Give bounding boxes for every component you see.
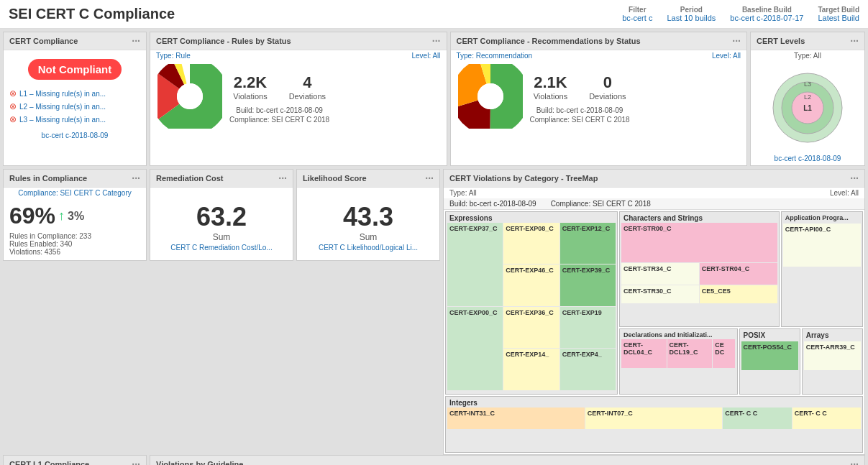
- target-label: Target Build: [818, 6, 859, 14]
- filter-label: Filter: [622, 6, 652, 14]
- remediation-sum-label: Sum: [156, 232, 287, 242]
- remediation-header: Remediation Cost ···: [150, 170, 293, 188]
- tm-exp19[interactable]: CERT-EXP19: [560, 307, 616, 348]
- page-header: SEI CERT C Compliance Filter bc-cert c P…: [0, 0, 868, 29]
- trend-value: 3%: [68, 210, 84, 223]
- tm-exp46[interactable]: CERT-EXP46_C: [503, 264, 559, 305]
- tm-exp14[interactable]: CERT-EXP14_: [503, 349, 559, 390]
- cert-levels-more[interactable]: ···: [850, 35, 859, 47]
- right-top-sections: Characters and Strings CERT-STR00_C CERT…: [619, 211, 863, 327]
- error-icon-l1: ⊗: [9, 88, 17, 98]
- tm-cert-c1[interactable]: CERT- C C: [723, 408, 791, 429]
- violations-guideline-more[interactable]: ···: [850, 459, 859, 465]
- likelihood-sum-label: Sum: [303, 232, 434, 242]
- tm-str34[interactable]: CERT-STR34_C: [621, 263, 699, 285]
- likelihood-body: 43.3 Sum CERT C Likelihood/Logical Li...: [297, 188, 439, 256]
- l1-compliance-more[interactable]: ···: [132, 459, 140, 465]
- tm-exp39[interactable]: CERT-EXP39_C: [560, 264, 616, 305]
- likelihood-desc: CERT C Likelihood/Logical Li...: [303, 244, 434, 252]
- tm-dcl04[interactable]: CERT-DCL04_C: [621, 339, 667, 368]
- recs-by-status-title: CERT Compliance - Recommendations by Sta…: [457, 37, 641, 45]
- recs-level-label: Level: All: [712, 52, 741, 60]
- recs-by-status-header: CERT Compliance - Recommendations by Sta…: [451, 32, 747, 50]
- treemap-build-row: Build: bc-cert c-2018-08-09 Compliance: …: [444, 198, 864, 210]
- rules-type-label: Type: Rule: [156, 52, 191, 60]
- chars-strings-label: Characters and Strings: [621, 213, 777, 223]
- recs-by-status-more[interactable]: ···: [732, 35, 741, 47]
- integers-section: Integers CERT-INT31_C CERT-INT07_C CERT-…: [445, 396, 863, 453]
- rules-deviations-stat: 4 Deviations: [289, 73, 326, 101]
- rules-compliance-more[interactable]: ···: [132, 172, 140, 184]
- tm-ce5[interactable]: CE5_CE5: [700, 285, 777, 303]
- rules-compliance-header: Rules in Compliance ···: [4, 170, 146, 188]
- tm-str00[interactable]: CERT-STR00_C: [621, 223, 777, 262]
- recs-violations-label: Violations: [534, 92, 568, 101]
- tm-dcl19[interactable]: CERT-DCL19_C: [667, 339, 713, 368]
- app-prog-section: Application Progra... CERT-API00_C: [781, 211, 863, 327]
- rules-build-info: Build: bc-cert c-2018-08-09: [229, 106, 329, 114]
- row-1: CERT Compliance ··· Not Compliant ⊗ L1 –…: [0, 29, 868, 169]
- integers-grid: CERT-INT31_C CERT-INT07_C CERT- C C CERT…: [447, 408, 861, 429]
- cert-compliance-more[interactable]: ···: [132, 35, 140, 47]
- recommendations-by-status-card: CERT Compliance - Recommendations by Sta…: [450, 32, 748, 166]
- tm-api00[interactable]: CERT-API00_C: [783, 224, 861, 267]
- recs-deviations-stat: 0 Deviations: [589, 73, 626, 101]
- tm-exp08[interactable]: CERT-EXP08_C: [503, 223, 559, 264]
- baseline-build-item: Baseline Build bc-cert c-2018-07-17: [730, 6, 803, 22]
- tm-ce-dc[interactable]: CE DC: [713, 339, 735, 368]
- tm-exp00[interactable]: CERT-EXP00_C: [447, 307, 503, 390]
- page-title: SEI CERT C Compliance: [9, 6, 175, 22]
- rules-compliance-info: Compliance: SEI CERT C 2018: [229, 116, 329, 124]
- recs-violations-value: 2.1K: [534, 73, 568, 92]
- rules-type-level: Type: Rule Level: All: [150, 50, 447, 61]
- rules-by-status-more[interactable]: ···: [432, 35, 441, 47]
- treemap-level-label: Level: All: [830, 189, 859, 197]
- tm-int07[interactable]: CERT-INT07_C: [585, 408, 723, 429]
- tm-exp36[interactable]: CERT-EXP36_C: [503, 307, 559, 348]
- remediation-more[interactable]: ···: [278, 172, 287, 184]
- cert-levels-header: CERT Levels ···: [751, 32, 864, 50]
- tm-int31[interactable]: CERT-INT31_C: [447, 408, 585, 429]
- tm-exp12[interactable]: CERT-EXP12_C: [560, 223, 616, 264]
- rules-deviations-label: Deviations: [289, 92, 326, 101]
- tm-exp4[interactable]: CERT-EXP4_: [560, 349, 616, 390]
- treemap-type-label: Type: All: [449, 189, 477, 197]
- period-value: Last 10 builds: [667, 14, 716, 22]
- rules-chart-content: 2.2K Violations 4 Deviations Build: bc-c…: [150, 61, 447, 132]
- tm-str04[interactable]: CERT-STR04_C: [700, 263, 777, 285]
- posix-label: POSIX: [741, 331, 798, 340]
- remediation-value: 63.2: [156, 202, 287, 232]
- chars-strings-grid: CERT-STR00_C CERT-STR34_C CERT-STR04_C C…: [621, 223, 777, 303]
- tm-pos54[interactable]: CERT-POS54_C: [741, 341, 798, 370]
- recs-type-level: Type: Recommendation Level: All: [451, 50, 747, 61]
- rules-compliance-sub: Compliance: SEI CERT C Category: [4, 188, 146, 198]
- error-text-l1: L1 – Missing rule(s) in an...: [19, 90, 106, 98]
- recs-stats-row: 2.1K Violations 0 Deviations: [530, 69, 630, 105]
- not-compliant-text: Not Compliant: [28, 59, 122, 80]
- violations-stat: Violations: 4356: [9, 248, 140, 256]
- filter-item: Filter bc-cert c: [622, 6, 652, 22]
- remediation-body: 63.2 Sum CERT C Remediation Cost/Lo...: [150, 188, 293, 256]
- svg-point-9: [478, 83, 503, 109]
- rules-compliance-title: Rules in Compliance: [9, 174, 87, 183]
- cert-levels-build: bc-cert c-2018-08-09: [751, 155, 864, 165]
- tm-cert-c2[interactable]: CERT- C C: [792, 408, 861, 429]
- l1-compliance-header: CERT L1 Compliance ···: [4, 456, 146, 465]
- remediation-title: Remediation Cost: [156, 174, 224, 183]
- tm-exp37[interactable]: CERT-EXP37_C: [447, 223, 503, 306]
- row-2: Rules in Compliance ··· Compliance: SEI …: [0, 169, 868, 455]
- recs-pie-chart: [458, 64, 523, 129]
- tm-arr39[interactable]: CERT-ARR39_C: [804, 341, 861, 370]
- recs-violations-stat: 2.1K Violations: [534, 73, 568, 101]
- treemap-header: CERT Violations by Category - TreeMap ··…: [444, 170, 864, 188]
- rules-by-status-card: CERT Compliance - Rules by Status ··· Ty…: [150, 32, 447, 166]
- violations-treemap-card: CERT Violations by Category - TreeMap ··…: [443, 169, 865, 455]
- tm-str30[interactable]: CERT-STR30_C: [621, 285, 699, 303]
- filter-value: bc-cert c: [622, 14, 652, 22]
- likelihood-more[interactable]: ···: [425, 172, 434, 184]
- integers-label: Integers: [447, 398, 861, 408]
- treemap-more[interactable]: ···: [850, 172, 859, 184]
- baseline-label: Baseline Build: [730, 6, 803, 14]
- rules-stats-row: 2.2K Violations 4 Deviations: [229, 69, 329, 105]
- baseline-value: bc-cert c-2018-07-17: [730, 14, 803, 22]
